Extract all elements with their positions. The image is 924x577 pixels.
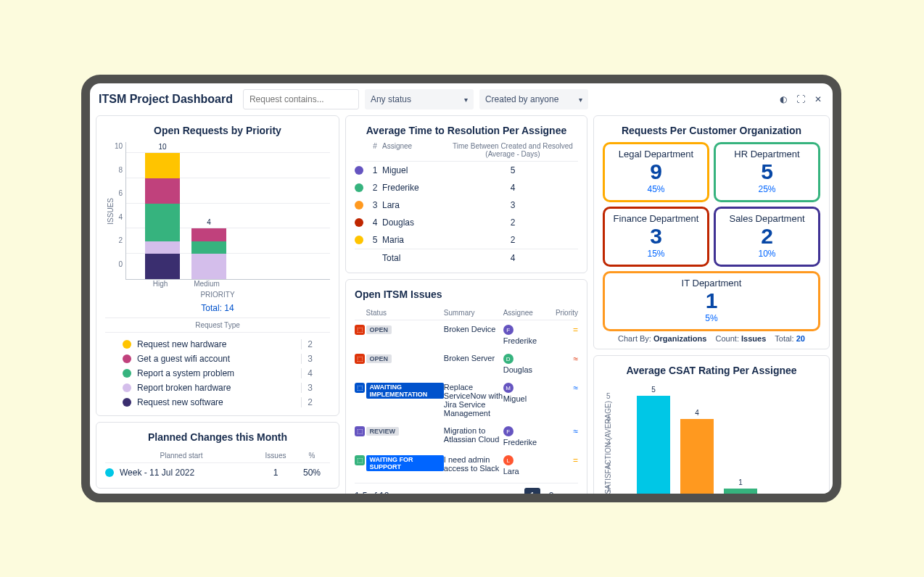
org-count: 2 xyxy=(719,225,815,247)
pager-page-2[interactable]: 2 xyxy=(543,488,559,502)
avatar-icon: M xyxy=(503,383,513,393)
org-card[interactable]: Legal Department 9 45% xyxy=(603,142,709,202)
creator-dropdown[interactable]: Created by anyone xyxy=(479,89,588,109)
pager-prev[interactable]: ‹ xyxy=(506,488,521,502)
fullscreen-icon[interactable]: ⛶ xyxy=(795,94,807,105)
avatar-icon: D xyxy=(503,354,513,364)
itsm-row[interactable]: ⬚ REVIEW Migration to Atlassian Cloud F … xyxy=(355,422,578,451)
dot-icon xyxy=(355,166,363,175)
pc-head-issues: Issues xyxy=(257,452,294,460)
resolution-row[interactable]: 5 Maria 2 xyxy=(355,231,578,249)
res-val: 2 xyxy=(447,217,578,228)
pager-page-1[interactable]: 1 xyxy=(524,488,540,502)
org-foot-chartby-v: Organizations xyxy=(653,334,706,343)
csat-card: Average CSAT Rating Per Assignee SATISFA… xyxy=(593,355,830,502)
org-card[interactable]: Sales Department 2 10% xyxy=(714,207,820,267)
issue-type-icon: ⬚ xyxy=(355,426,365,436)
legend-label: Request new hardware xyxy=(137,339,226,349)
legend-item[interactable]: Report a system problem 4 xyxy=(105,366,330,381)
org-card[interactable]: Finance Department 3 15% xyxy=(603,207,709,267)
org-grid: Legal Department 9 45%HR Department 5 25… xyxy=(603,142,820,331)
legend-dot-icon xyxy=(123,340,131,349)
yaxis-ticks: 1086420 xyxy=(115,142,125,280)
dashboard-grid: Open Requests by Priority ISSUES 1086420… xyxy=(90,115,833,502)
pc-head-start: Planned start xyxy=(105,452,257,460)
res-val: 3 xyxy=(447,200,578,210)
org-card[interactable]: IT Department 1 5% xyxy=(603,271,820,331)
legend-item[interactable]: Request new software 2 xyxy=(105,395,330,410)
legend-item[interactable]: Request new hardware 2 xyxy=(105,337,330,352)
org-name: Sales Department xyxy=(719,213,815,224)
chart-total: Total: 14 xyxy=(105,303,330,313)
avatar-icon: F xyxy=(503,325,513,335)
pager-next[interactable]: › xyxy=(562,488,578,502)
legend-item[interactable]: Get a guest wifi account 3 xyxy=(105,352,330,366)
status-lozenge: WAITING FOR SUPPORT xyxy=(366,455,444,471)
planned-changes-rows: Week - 11 Jul 2022 1 50% xyxy=(105,463,330,482)
org-name: HR Department xyxy=(719,149,815,159)
issue-summary: Broken Server xyxy=(444,354,503,362)
resolution-rows: 1 Miguel 5 2 Frederike 4 3 Lara 3 4 Doug… xyxy=(355,162,578,249)
planned-changes-title: Planned Changes this Month xyxy=(105,428,330,449)
org-count: 3 xyxy=(608,225,704,247)
org-foot-chartby-l: Chart By: xyxy=(618,334,651,343)
resolution-row[interactable]: 2 Frederike 4 xyxy=(355,179,578,196)
org-pct: 10% xyxy=(719,249,815,259)
org-pct: 45% xyxy=(608,184,704,194)
org-count: 5 xyxy=(719,161,815,183)
org-card[interactable]: HR Department 5 25% xyxy=(714,142,820,202)
res-num: 3 xyxy=(368,200,382,210)
issue-type-icon: ⬚ xyxy=(355,383,365,393)
legend-label: Report broken hardware xyxy=(137,383,231,393)
status-dropdown-label: Any status xyxy=(371,94,411,104)
avatar-icon: F xyxy=(503,426,513,436)
legend-item[interactable]: Report broken hardware 3 xyxy=(105,381,330,395)
res-head-metric: Time Between Created and Resolved (Avera… xyxy=(447,142,578,158)
legend-dot-icon xyxy=(123,369,131,378)
header-icons: ◐ ⛶ ✕ xyxy=(777,94,824,105)
orgs-card: Requests Per Customer Organization Legal… xyxy=(593,115,830,349)
itsm-row[interactable]: ⬚ WAITING FOR SUPPORT I need admin acces… xyxy=(355,451,578,480)
org-pct: 25% xyxy=(719,184,815,194)
close-icon[interactable]: ✕ xyxy=(812,94,824,105)
org-count: 1 xyxy=(608,290,815,312)
pager: 1-5 of 10 ‹ 1 2 › xyxy=(355,483,578,502)
res-head-assignee: Assignee xyxy=(382,142,447,158)
theme-icon[interactable]: ◐ xyxy=(777,94,789,105)
org-name: IT Department xyxy=(608,278,815,288)
csat-bar: 4 xyxy=(680,419,714,502)
resolution-card: Average Time to Resolution Per Assignee … xyxy=(345,115,587,273)
resolution-row[interactable]: 4 Douglas 2 xyxy=(355,214,578,231)
page-title: ITSM Project Dashboard xyxy=(99,93,233,106)
itsm-row[interactable]: ⬚ AWAITING IMPLEMENTATION Replace Servic… xyxy=(355,378,578,422)
itsm-issues-card: Open ITSM Issues Status Summary Assignee… xyxy=(345,279,587,502)
legend-label: Request new software xyxy=(137,397,223,407)
org-foot-count-v: Issues xyxy=(741,334,766,343)
itsm-row[interactable]: ⬚ OPEN Broken Server D Douglas ≈ xyxy=(355,349,578,378)
res-num: 2 xyxy=(368,183,382,193)
resolution-title: Average Time to Resolution Per Assignee xyxy=(355,122,578,142)
org-pct: 5% xyxy=(608,313,815,323)
status-dropdown[interactable]: Any status xyxy=(365,89,474,109)
status-lozenge: AWAITING IMPLEMENTATION xyxy=(366,383,444,399)
csat-bar: 5 xyxy=(637,396,670,502)
pager-range: 1-5 of 10 xyxy=(355,491,389,501)
resolution-row[interactable]: 3 Lara 3 xyxy=(355,196,578,214)
total-label: Total: xyxy=(201,303,222,313)
csat-title: Average CSAT Rating Per Assignee xyxy=(603,362,820,382)
creator-dropdown-label: Created by anyone xyxy=(485,94,558,104)
issue-summary: Migration to Atlassian Cloud xyxy=(444,426,503,444)
open-requests-card: Open Requests by Priority ISSUES 1086420… xyxy=(96,115,339,416)
legend-count: 2 xyxy=(301,397,313,407)
csat-bar: 1 xyxy=(724,489,757,502)
issue-type-icon: ⬚ xyxy=(355,354,365,364)
legend-count: 3 xyxy=(301,383,313,393)
res-val: 4 xyxy=(447,183,578,193)
planned-change-row[interactable]: Week - 11 Jul 2022 1 50% xyxy=(105,463,330,482)
resolution-row[interactable]: 1 Miguel 5 xyxy=(355,162,578,179)
res-total-value: 4 xyxy=(447,253,578,263)
open-requests-plot: 104 xyxy=(125,142,330,280)
priority-icon: = xyxy=(573,325,578,335)
itsm-row[interactable]: ⬚ OPEN Broken Device F Frederike = xyxy=(355,320,578,349)
search-input[interactable] xyxy=(243,89,359,109)
